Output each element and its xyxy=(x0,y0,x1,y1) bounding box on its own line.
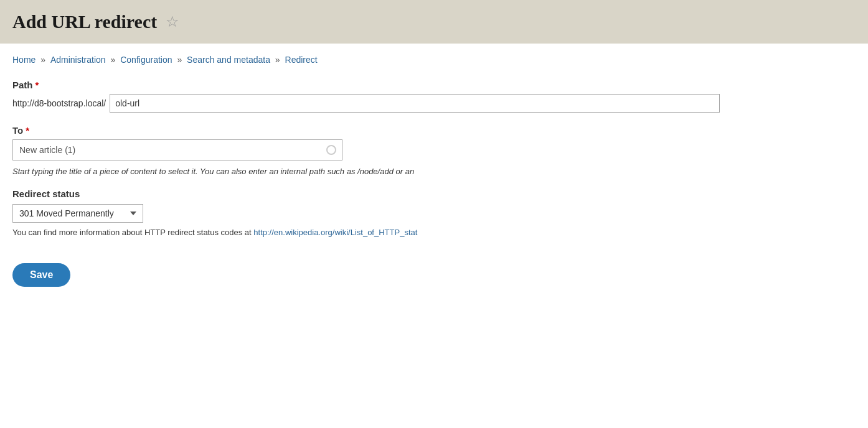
breadcrumb-home[interactable]: Home xyxy=(12,55,35,65)
redirect-status-select[interactable]: 301 Moved Permanently 302 Found 303 See … xyxy=(12,204,143,223)
breadcrumb-sep-1: » xyxy=(40,55,48,65)
path-input[interactable] xyxy=(110,94,720,113)
path-field-section: Path * http://d8-bootstrap.local/ xyxy=(12,80,856,113)
to-input[interactable] xyxy=(12,139,342,160)
page-title: Add URL redirect xyxy=(12,11,157,32)
breadcrumb-sep-4: » xyxy=(275,55,283,65)
status-hint: You can find more information about HTTP… xyxy=(12,228,856,237)
status-hint-link[interactable]: http://en.wikipedia.org/wiki/List_of_HTT… xyxy=(253,228,417,237)
to-hint-text: Start typing the title of a piece of con… xyxy=(12,167,414,176)
breadcrumb: Home » Administration » Configuration » … xyxy=(12,55,856,65)
breadcrumb-sep-3: » xyxy=(177,55,184,65)
path-row: http://d8-bootstrap.local/ xyxy=(12,94,856,113)
to-required-star: * xyxy=(26,125,29,136)
to-field-section: To * Start typing the title of a piece o… xyxy=(12,125,856,176)
to-label-text: To xyxy=(12,125,23,136)
redirect-status-label: Redirect status xyxy=(12,188,856,199)
favorite-star-icon[interactable]: ☆ xyxy=(166,13,179,30)
path-required-star: * xyxy=(35,80,39,90)
breadcrumb-search-metadata[interactable]: Search and metadata xyxy=(187,55,270,65)
to-field-hint: Start typing the title of a piece of con… xyxy=(12,167,856,176)
breadcrumb-administration[interactable]: Administration xyxy=(50,55,106,65)
save-button[interactable]: Save xyxy=(12,263,70,287)
to-input-container xyxy=(12,139,342,160)
path-label-text: Path xyxy=(12,80,33,90)
page-content: Home » Administration » Configuration » … xyxy=(0,44,868,298)
breadcrumb-redirect[interactable]: Redirect xyxy=(285,55,318,65)
to-label: To * xyxy=(12,125,856,136)
path-label: Path * xyxy=(12,80,856,90)
breadcrumb-sep-2: » xyxy=(111,55,118,65)
page-header: Add URL redirect ☆ xyxy=(0,0,868,44)
status-hint-text: You can find more information about HTTP… xyxy=(12,228,253,237)
to-spinner-icon xyxy=(326,145,336,155)
path-prefix: http://d8-bootstrap.local/ xyxy=(12,98,106,108)
breadcrumb-configuration[interactable]: Configuration xyxy=(120,55,172,65)
redirect-status-section: Redirect status 301 Moved Permanently 30… xyxy=(12,188,856,237)
